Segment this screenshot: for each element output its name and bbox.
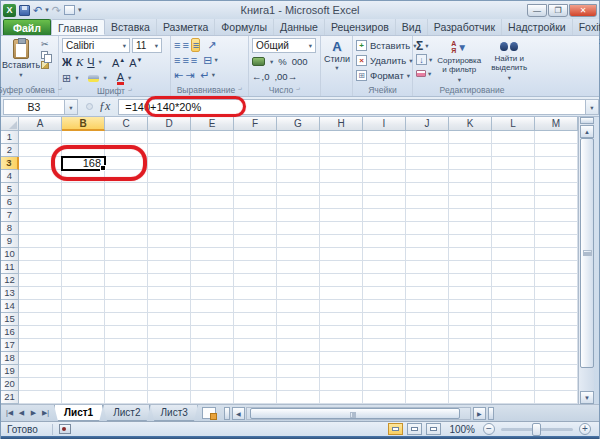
- cell-L14[interactable]: [492, 300, 535, 313]
- cell-F4[interactable]: [234, 170, 277, 183]
- clipboard-dialog-launcher-icon[interactable]: ⌐: [58, 86, 62, 93]
- cell-G15[interactable]: [277, 313, 320, 326]
- cell-J2[interactable]: [406, 144, 449, 157]
- zoom-slider[interactable]: [501, 428, 573, 431]
- cell-F12[interactable]: [234, 274, 277, 287]
- cell-J3[interactable]: [406, 157, 449, 170]
- cell-F2[interactable]: [234, 144, 277, 157]
- cell-G21[interactable]: [277, 391, 320, 404]
- cell-D17[interactable]: [148, 339, 191, 352]
- vertical-scroll-thumb[interactable]: [580, 138, 594, 368]
- scroll-down-icon[interactable]: ▼: [580, 391, 594, 404]
- column-header-I[interactable]: I: [363, 117, 406, 131]
- cell-J10[interactable]: [406, 248, 449, 261]
- font-size-select[interactable]: 11▾: [132, 38, 162, 53]
- undo-dropdown-icon[interactable]: ▾: [45, 6, 49, 14]
- cell-D16[interactable]: [148, 326, 191, 339]
- cell-A18[interactable]: [19, 352, 62, 365]
- cell-M19[interactable]: [535, 365, 578, 378]
- cell-C19[interactable]: [105, 365, 148, 378]
- cell-F16[interactable]: [234, 326, 277, 339]
- cell-M2[interactable]: [535, 144, 578, 157]
- column-header-K[interactable]: K: [449, 117, 492, 131]
- column-header-C[interactable]: C: [105, 117, 148, 131]
- cell-G16[interactable]: [277, 326, 320, 339]
- cell-K18[interactable]: [449, 352, 492, 365]
- cell-F20[interactable]: [234, 378, 277, 391]
- cell-L11[interactable]: [492, 261, 535, 274]
- cell-G4[interactable]: [277, 170, 320, 183]
- horizontal-scroll-thumb[interactable]: [250, 408, 460, 419]
- cell-I5[interactable]: [363, 183, 406, 196]
- qat-table-icon[interactable]: [64, 5, 75, 15]
- cell-M7[interactable]: [535, 209, 578, 222]
- cell-C7[interactable]: [105, 209, 148, 222]
- cell-I15[interactable]: [363, 313, 406, 326]
- cell-K16[interactable]: [449, 326, 492, 339]
- number-dialog-launcher-icon[interactable]: ⌐: [296, 86, 300, 93]
- cell-K21[interactable]: [449, 391, 492, 404]
- cell-M9[interactable]: [535, 235, 578, 248]
- zoom-level[interactable]: 100%: [449, 424, 475, 435]
- zoom-in-icon[interactable]: +: [579, 423, 591, 435]
- cell-E21[interactable]: [191, 391, 234, 404]
- cell-K11[interactable]: [449, 261, 492, 274]
- cut-icon[interactable]: ✂: [41, 40, 49, 49]
- cell-B8[interactable]: [62, 222, 105, 235]
- row-header-6[interactable]: 6: [1, 196, 19, 209]
- horizontal-scrollbar[interactable]: [246, 407, 471, 420]
- cell-B12[interactable]: [62, 274, 105, 287]
- cell-H11[interactable]: [320, 261, 363, 274]
- cell-F13[interactable]: [234, 287, 277, 300]
- cell-E7[interactable]: [191, 209, 234, 222]
- cell-M8[interactable]: [535, 222, 578, 235]
- cell-E17[interactable]: [191, 339, 234, 352]
- cell-C17[interactable]: [105, 339, 148, 352]
- formula-bar-expand-icon[interactable]: ▾: [585, 99, 599, 115]
- cell-B15[interactable]: [62, 313, 105, 326]
- row-header-13[interactable]: 13: [1, 287, 19, 300]
- cell-E2[interactable]: [191, 144, 234, 157]
- cell-F11[interactable]: [234, 261, 277, 274]
- cell-G19[interactable]: [277, 365, 320, 378]
- cell-K4[interactable]: [449, 170, 492, 183]
- cell-D13[interactable]: [148, 287, 191, 300]
- page-layout-view-icon[interactable]: [407, 423, 422, 435]
- cell-D6[interactable]: [148, 196, 191, 209]
- row-header-7[interactable]: 7: [1, 209, 19, 222]
- comma-style-button[interactable]: 000: [292, 56, 308, 67]
- align-center-icon[interactable]: ≡: [182, 54, 187, 66]
- row-header-17[interactable]: 17: [1, 339, 19, 352]
- row-header-19[interactable]: 19: [1, 365, 19, 378]
- cell-I4[interactable]: [363, 170, 406, 183]
- tab-file[interactable]: Файл: [3, 19, 51, 35]
- cell-L4[interactable]: [492, 170, 535, 183]
- cell-H7[interactable]: [320, 209, 363, 222]
- cell-K8[interactable]: [449, 222, 492, 235]
- cell-C21[interactable]: [105, 391, 148, 404]
- cell-A11[interactable]: [19, 261, 62, 274]
- cell-E12[interactable]: [191, 274, 234, 287]
- cell-D7[interactable]: [148, 209, 191, 222]
- cell-F19[interactable]: [234, 365, 277, 378]
- cell-E18[interactable]: [191, 352, 234, 365]
- cell-K12[interactable]: [449, 274, 492, 287]
- cell-J5[interactable]: [406, 183, 449, 196]
- select-all-corner[interactable]: [1, 117, 19, 131]
- cell-D2[interactable]: [148, 144, 191, 157]
- cell-G2[interactable]: [277, 144, 320, 157]
- row-header-18[interactable]: 18: [1, 352, 19, 365]
- cell-E10[interactable]: [191, 248, 234, 261]
- cell-K2[interactable]: [449, 144, 492, 157]
- column-header-L[interactable]: L: [492, 117, 535, 131]
- cell-I2[interactable]: [363, 144, 406, 157]
- cell-G14[interactable]: [277, 300, 320, 313]
- cell-C13[interactable]: [105, 287, 148, 300]
- delete-cells-button[interactable]: × Удалить▾: [356, 54, 417, 67]
- scroll-up-icon[interactable]: ▲: [580, 125, 594, 138]
- cell-J16[interactable]: [406, 326, 449, 339]
- cell-A9[interactable]: [19, 235, 62, 248]
- cell-A19[interactable]: [19, 365, 62, 378]
- cell-E4[interactable]: [191, 170, 234, 183]
- sort-filter-button[interactable]: АЯ▼ Сортировка и фильтр▾: [436, 38, 482, 84]
